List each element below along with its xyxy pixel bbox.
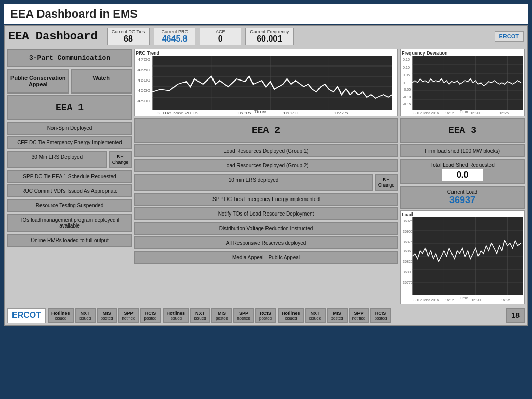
eea2-panel: PRC Trend 4700 4650 4600 bbox=[134, 49, 398, 304]
dc-ties-value: 68 bbox=[112, 34, 145, 44]
svg-text:Time: Time bbox=[460, 296, 468, 300]
ercot-logo: ERCOT bbox=[495, 31, 524, 42]
prc-chart-title: PRC Trend bbox=[136, 50, 396, 56]
svg-text:4550: 4550 bbox=[137, 88, 150, 92]
freq-chart: Frequency Deviation 0.15 0.10 bbox=[400, 49, 525, 116]
svg-text:16:25: 16:25 bbox=[501, 298, 510, 302]
prc-value: 4645.8 bbox=[158, 34, 191, 44]
eea2-nxt-btn[interactable]: NXT issued bbox=[190, 308, 210, 323]
svg-text:0.10: 0.10 bbox=[403, 65, 410, 69]
page-title: EEA Dashboard in EMS bbox=[4, 4, 528, 24]
eea2-hotlines-btn[interactable]: Hotlines Issued bbox=[163, 308, 189, 323]
eea1-mis-btn[interactable]: MIS posted bbox=[97, 308, 117, 323]
eea2-bottom-buttons: Hotlines Issued NXT issued MIS posted SP… bbox=[163, 308, 276, 323]
eea3-panel: Frequency Deviation 0.15 0.10 bbox=[400, 49, 525, 304]
svg-text:-0.15: -0.15 bbox=[403, 102, 411, 106]
load-resources-g2-btn[interactable]: Load Resources Deployed (Group 2) bbox=[134, 159, 398, 172]
eea1-hotlines-btn[interactable]: Hotlines Issued bbox=[48, 308, 74, 323]
svg-text:-0.10: -0.10 bbox=[403, 95, 411, 99]
bh-change-btn-2[interactable]: BH Change bbox=[375, 174, 398, 191]
ercot-logo-bottom: ERCOT bbox=[7, 308, 46, 323]
online-rmrs-btn[interactable]: Online RMRs loaded to full output bbox=[7, 234, 132, 247]
current-load-box: Current Load 36937 bbox=[400, 186, 525, 209]
dc-ties-label: Current DC Ties bbox=[112, 29, 145, 34]
svg-text:36775: 36775 bbox=[403, 281, 413, 284]
eea2-spp-btn[interactable]: SPP notified bbox=[233, 308, 254, 323]
eea3-nxt-btn[interactable]: NXT issued bbox=[305, 308, 326, 323]
10min-ers-btn[interactable]: 10 min ERS deployed bbox=[134, 174, 373, 191]
page-number: 18 bbox=[506, 308, 525, 323]
load-chart-title: Load bbox=[402, 212, 523, 217]
eea3-spp-btn[interactable]: SPP notified bbox=[349, 308, 369, 323]
30min-ers-btn[interactable]: 30 Min ERS Deployed bbox=[7, 151, 107, 168]
notify-tos-btn[interactable]: Notify TOs of Load Resource Deployment bbox=[134, 207, 398, 220]
svg-text:36925: 36925 bbox=[403, 219, 413, 223]
svg-text:0: 0 bbox=[403, 81, 405, 85]
public-conservation-appeal-btn[interactable]: Public Conservation Appeal bbox=[7, 69, 69, 94]
svg-text:4500: 4500 bbox=[137, 99, 150, 103]
appeal-row: Public Conservation Appeal Watch bbox=[7, 69, 132, 94]
svg-text:3 Tue Mar 2016: 3 Tue Mar 2016 bbox=[413, 298, 439, 302]
svg-text:3 Tue Mar 2016: 3 Tue Mar 2016 bbox=[156, 111, 197, 115]
bh-change-btn-1[interactable]: BH Change bbox=[109, 151, 132, 168]
svg-text:36900: 36900 bbox=[403, 230, 413, 233]
eea3-rcis-btn[interactable]: RCIS posted bbox=[370, 308, 391, 323]
eea1-nxt-btn[interactable]: NXT issued bbox=[75, 308, 96, 323]
prc-metric: Current PRC 4645.8 bbox=[154, 28, 195, 45]
svg-text:Time: Time bbox=[254, 109, 267, 113]
spp-dc-ties-btn[interactable]: SPP DC Ties Emergency Energy implemented bbox=[134, 193, 398, 206]
total-load-shed-box: Total Load Shed Requested 0.0 bbox=[400, 159, 525, 184]
total-load-label: Total Load Shed Requested bbox=[403, 162, 522, 168]
eea1-spp-btn[interactable]: SPP notified bbox=[118, 308, 139, 323]
freq-label: Current Frequency bbox=[250, 29, 289, 34]
eea3-mis-btn[interactable]: MIS posted bbox=[327, 308, 348, 323]
watch-btn[interactable]: Watch bbox=[71, 69, 132, 94]
svg-text:16:15: 16:15 bbox=[445, 111, 454, 115]
prc-label: Current PRC bbox=[158, 29, 191, 34]
ruc-commit-btn[interactable]: RUC Commit VDI's Issued As Appropriate bbox=[7, 184, 132, 197]
svg-text:36825: 36825 bbox=[403, 260, 413, 263]
eea2-rcis-btn[interactable]: RCIS posted bbox=[255, 308, 276, 323]
load-resources-g1-btn[interactable]: Load Resources Deployed (Group 1) bbox=[134, 144, 398, 157]
bottom-bar: ERCOT Hotlines Issued NXT issued MIS pos… bbox=[5, 307, 527, 325]
dc-ties-metric: Current DC Ties 68 bbox=[107, 28, 150, 45]
spp-dc-tie-btn[interactable]: SPP DC Tie EEA 1 Schedule Requested bbox=[7, 170, 132, 183]
svg-text:4650: 4650 bbox=[137, 68, 150, 72]
title-text: EEA Dashboard in EMS bbox=[10, 7, 138, 20]
prc-chart: PRC Trend 4700 4650 4600 bbox=[134, 49, 398, 116]
svg-text:0.15: 0.15 bbox=[403, 58, 410, 61]
eea1-rcis-btn[interactable]: RCIS posted bbox=[140, 308, 161, 323]
svg-text:16:20: 16:20 bbox=[470, 111, 480, 115]
frequency-metric: Current Frequency 60.001 bbox=[245, 28, 294, 45]
eea3-bottom-buttons: Hotlines Issued NXT issued MIS posted SP… bbox=[278, 308, 391, 323]
svg-text:16:20: 16:20 bbox=[283, 111, 297, 115]
freq-chart-title: Frequency Deviation bbox=[402, 50, 523, 56]
ace-metric: ACE 0 bbox=[200, 28, 241, 45]
current-load-label: Current Load bbox=[403, 189, 522, 195]
svg-text:4700: 4700 bbox=[137, 57, 150, 61]
non-spin-deployed-btn[interactable]: Non-Spin Deployed bbox=[7, 122, 132, 135]
svg-text:3 Tue Mar 2016: 3 Tue Mar 2016 bbox=[413, 111, 439, 115]
eea1-header: EEA 1 bbox=[7, 95, 132, 120]
resource-testing-btn[interactable]: Resource Testing Suspended bbox=[7, 199, 132, 212]
media-appeal-btn[interactable]: Media Appeal - Public Appeal bbox=[134, 251, 398, 264]
all-responsive-btn[interactable]: All Responsive Reserves deployed bbox=[134, 236, 398, 249]
eea1-panel: 3-Part Communication Public Conservation… bbox=[7, 49, 132, 304]
cfe-dc-tie-btn[interactable]: CFE DC Tie Emergency Energy Implemented bbox=[7, 136, 132, 149]
tos-load-btn[interactable]: TOs load management program deployed if … bbox=[7, 214, 132, 232]
ace-value: 0 bbox=[204, 34, 236, 44]
svg-rect-0 bbox=[152, 56, 392, 110]
svg-text:16:15: 16:15 bbox=[236, 111, 251, 115]
total-load-value: 0.0 bbox=[442, 169, 483, 181]
eea3-header: EEA 3 bbox=[400, 118, 525, 143]
svg-text:36860: 36860 bbox=[403, 249, 413, 253]
eea2-mis-btn[interactable]: MIS posted bbox=[211, 308, 232, 323]
eea2-header: EEA 2 bbox=[134, 118, 398, 143]
dist-voltage-btn[interactable]: Distribution Voltage Reduction Instructe… bbox=[134, 222, 398, 235]
svg-text:4600: 4600 bbox=[137, 78, 150, 82]
freq-value: 60.001 bbox=[250, 34, 289, 44]
eea3-hotlines-btn[interactable]: Hotlines Issued bbox=[278, 308, 304, 323]
svg-text:16:20: 16:20 bbox=[471, 298, 481, 302]
firm-load-shed-btn[interactable]: Firm load shed (100 MW blocks) bbox=[400, 144, 525, 157]
eea1-bottom-buttons: Hotlines Issued NXT issued MIS posted SP… bbox=[48, 308, 161, 323]
